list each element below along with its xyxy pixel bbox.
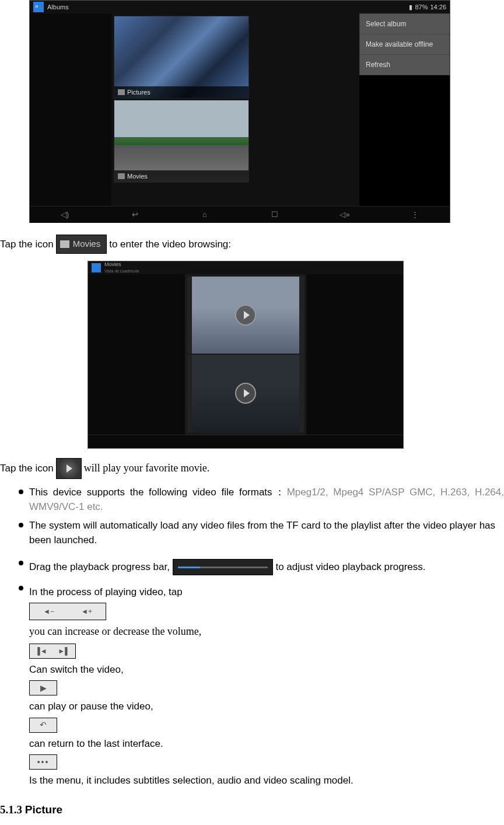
prev-icon: ▐◄: [35, 644, 47, 659]
nav-recent-icon[interactable]: ☐: [270, 209, 280, 221]
heading-number: 5.1.3: [0, 803, 25, 816]
text: will play your favorite movie.: [84, 460, 209, 476]
play-button-icon: [56, 458, 82, 479]
battery-percent: 87%: [415, 2, 428, 12]
vol-down-icon: ◄−: [43, 604, 54, 619]
text: can return to the last interface.: [29, 738, 163, 749]
movies-folder-icon: Movies: [56, 235, 107, 254]
bullet-formats: This device supports the following video…: [0, 485, 504, 515]
android-nav-bar: ◁) ↩ ⌂ ☐ ◁» ⋮: [30, 206, 450, 223]
play-icon: [235, 305, 256, 326]
bullet-icon: [19, 561, 23, 565]
text: you can increase or decrease the volume,: [29, 625, 201, 637]
text: Tap the icon: [0, 461, 54, 476]
nav-volume-down-icon[interactable]: ◁): [60, 209, 70, 221]
clock: 14:26: [430, 2, 446, 12]
section-heading: 5.1.3 Picture: [0, 802, 504, 819]
thumb-label: Movies: [127, 172, 148, 181]
menu-select-album[interactable]: Select album: [360, 14, 449, 34]
ss2-header: Movies Vista de cuadricula: [88, 261, 403, 274]
battery-icon: ▮: [409, 2, 412, 12]
prev-next-icon: ▐◄ ►▌: [29, 644, 76, 659]
ss2-subtitle: Vista de cuadricula: [104, 268, 139, 275]
video-thumb[interactable]: [187, 277, 304, 354]
album-thumb-movies[interactable]: Movies: [114, 100, 249, 183]
album-thumb-pictures[interactable]: Pictures: [114, 16, 249, 99]
text: The system will automatically load any v…: [29, 518, 504, 548]
play-icon: [235, 383, 256, 404]
bullet-icon: [19, 523, 23, 527]
dots-icon: •••: [37, 753, 50, 771]
video-thumb[interactable]: [187, 355, 304, 432]
movies-label: Movies: [73, 237, 101, 251]
nav-home-icon[interactable]: ⌂: [200, 209, 210, 221]
nav-volume-up-icon[interactable]: ◁»: [340, 209, 350, 221]
text: Drag the playback progress bar,: [29, 561, 170, 572]
albums-screenshot: Albums ▮ 87% 14:26 Pictures Movies Selec…: [29, 0, 450, 223]
play-pause-icon: ▶: [29, 680, 57, 695]
play-icon: ▶: [40, 679, 47, 697]
menu-offline[interactable]: Make available offline: [360, 34, 449, 55]
screen-title: Albums: [47, 2, 69, 12]
nav-back-icon[interactable]: ↩: [130, 209, 140, 221]
progress-bar-icon: [173, 559, 273, 575]
gallery-app-icon: [33, 2, 44, 12]
context-menu: Select album Make available offline Refr…: [359, 13, 450, 75]
video-filmstrip: [185, 274, 306, 435]
nav-menu-icon[interactable]: ⋮: [410, 209, 420, 221]
text: Tap the icon: [0, 237, 54, 252]
text: Can switch the video: [29, 664, 121, 675]
text: to enter the video browsing:: [109, 237, 231, 252]
thumb-label: Pictures: [127, 88, 150, 97]
next-icon: ►▌: [58, 644, 69, 659]
back-arrow-icon: ↶: [40, 716, 47, 734]
text: Is the menu, it includes subtitles selec…: [29, 775, 354, 786]
status-bar: Albums ▮ 87% 14:26: [30, 1, 450, 13]
folder-icon: [118, 173, 125, 179]
video-browser-screenshot: Movies Vista de cuadricula: [88, 261, 404, 449]
bullet-icon: [19, 490, 23, 494]
menu-dots-icon: •••: [29, 754, 57, 770]
text: to adjust video playback progress.: [275, 561, 425, 572]
return-icon: ↶: [29, 718, 57, 733]
folder-icon: [118, 89, 125, 95]
text: In the process of playing video, tap: [29, 586, 183, 597]
volume-buttons-icon: ◄− ◄+: [29, 603, 106, 620]
sidebar-empty: [30, 13, 111, 206]
menu-refresh[interactable]: Refresh: [360, 55, 449, 75]
bullet-icon: [19, 586, 23, 590]
heading-title: Picture: [25, 803, 62, 816]
text: ,: [121, 664, 124, 675]
bullet-autoload: The system will automatically load any v…: [0, 518, 504, 548]
paragraph-tap-play: Tap the icon will play your favorite mov…: [0, 458, 504, 479]
android-nav-bar: [88, 435, 403, 448]
bullet-progress: Drag the playback progress bar, to adjus…: [0, 556, 504, 578]
text: This device supports the following video…: [29, 487, 287, 498]
gallery-app-icon: [92, 263, 101, 272]
folder-icon: [60, 240, 69, 248]
paragraph-tap-movies: Tap the icon Movies to enter the video b…: [0, 235, 504, 254]
bullet-controls: In the process of playing video, tap ◄− …: [0, 581, 504, 792]
ss2-title: Movies: [104, 261, 139, 269]
text: can play or pause the video,: [29, 701, 153, 712]
vol-up-icon: ◄+: [81, 604, 92, 619]
